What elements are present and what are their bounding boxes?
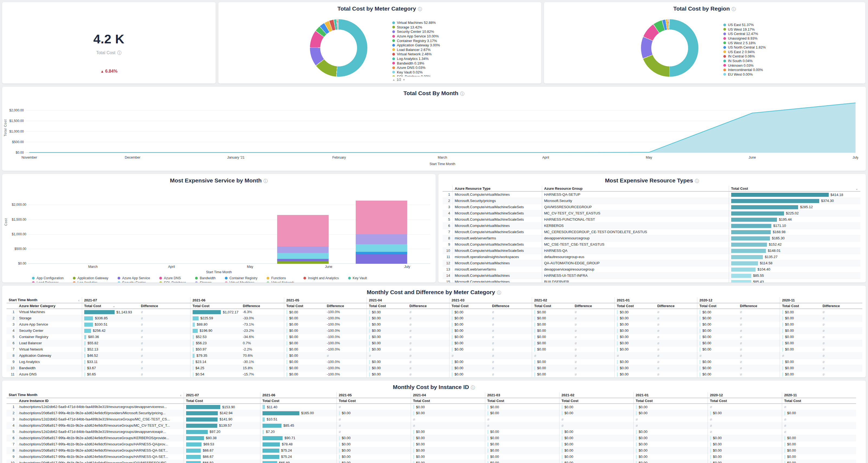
column-header[interactable]: Azure Resource Type: [453, 186, 542, 192]
legend-item[interactable]: EU West 0.00%: [723, 73, 766, 77]
month-header[interactable]: 2020-11: [782, 392, 856, 398]
difference-header[interactable]: Difference: [407, 303, 449, 309]
month-header[interactable]: 2021-04: [411, 392, 485, 398]
month-header[interactable]: 2021-01: [614, 297, 697, 303]
legend-item[interactable]: Azure App Service: [118, 276, 150, 280]
legend-item[interactable]: Load Balancer: [32, 281, 64, 283]
legend-item[interactable]: US West 2 5.18%: [723, 41, 766, 45]
total-cost-header[interactable]: Total Cost: [190, 303, 241, 309]
legend-item[interactable]: US East 51.37%: [723, 23, 766, 27]
legend-item[interactable]: Virtual Machines 52.88%: [392, 21, 440, 25]
month-header[interactable]: 2020-12: [708, 392, 782, 398]
total-cost-header[interactable]: Total Cost: [780, 303, 820, 309]
month-header[interactable]: 2021-02: [559, 392, 633, 398]
legend-item[interactable]: Container Registry: [225, 276, 258, 280]
legend-item[interactable]: Bandwidth 0.19%: [392, 61, 440, 65]
total-cost-header[interactable]: Total Cost: [485, 398, 559, 404]
month-header[interactable]: 2021-05: [337, 392, 411, 398]
info-icon[interactable]: ⓘ: [264, 179, 268, 183]
difference-header[interactable]: Difference: [655, 303, 697, 309]
legend-item[interactable]: US East 2 0.94%: [723, 50, 766, 54]
total-cost-header[interactable]: Total Cost: [367, 303, 407, 309]
legend-item[interactable]: Container Registry 3.17%: [392, 39, 440, 42]
region-donut[interactable]: [641, 19, 699, 77]
month-header[interactable]: 2021-03: [485, 392, 559, 398]
month-header[interactable]: 2021-05: [284, 297, 367, 303]
stacked-bar[interactable]: [277, 215, 329, 264]
column-header[interactable]: Total Cost⌄: [729, 186, 860, 192]
legend-item[interactable]: Application Gateway 3.00%: [392, 44, 440, 47]
bar-segment[interactable]: [277, 261, 329, 264]
total-cost-header[interactable]: Total Cost: [449, 303, 490, 309]
month-header[interactable]: 2021-04: [367, 297, 449, 303]
legend-item[interactable]: Log Analytics: [73, 281, 108, 283]
stacked-bar-chart[interactable]: $0.00$500.00$1,000.00$1,500.00$2,000.00C…: [28, 193, 430, 264]
legend-item[interactable]: Insight and Analytics: [303, 276, 339, 280]
month-header[interactable]: 2021-07: [184, 392, 260, 398]
info-icon[interactable]: ⓘ: [460, 91, 465, 96]
legend-item[interactable]: IN Central 0.06%: [723, 55, 766, 58]
column-header[interactable]: Azure Meter Category: [17, 303, 82, 309]
chevron-left-icon[interactable]: ‹: [180, 393, 182, 397]
month-header[interactable]: 2021-02: [532, 297, 614, 303]
legend-item[interactable]: US Central 12.47%: [723, 32, 766, 36]
total-cost-header[interactable]: Total Cost: [260, 398, 337, 404]
bar-segment[interactable]: [356, 254, 407, 264]
legend-item[interactable]: Key Vault: [348, 276, 367, 280]
legend-item[interactable]: US North Central 1.82%: [723, 46, 766, 49]
page-down-icon[interactable]: ▼: [403, 78, 406, 81]
bar-segment[interactable]: [277, 253, 329, 259]
legend-item[interactable]: App Configuration: [32, 276, 64, 280]
bar-segment[interactable]: [356, 201, 407, 234]
difference-header[interactable]: Difference: [241, 303, 284, 309]
row-dimension-header[interactable]: Start Time Month‹: [6, 297, 82, 303]
total-cost-header[interactable]: Total Cost: [411, 398, 485, 404]
info-icon[interactable]: ⓘ: [497, 290, 501, 295]
total-cost-header[interactable]: Total Cost: [708, 398, 782, 404]
legend-item[interactable]: US West 19.17%: [723, 28, 766, 31]
bar-segment[interactable]: [277, 215, 329, 247]
legend-item[interactable]: Security Center: [118, 281, 150, 283]
difference-header[interactable]: Difference: [738, 303, 780, 309]
legend-item[interactable]: Intercontinental 0.00%: [723, 68, 766, 72]
total-cost-header[interactable]: Total Cost: [614, 303, 655, 309]
month-header[interactable]: 2021-07: [82, 297, 190, 303]
info-icon[interactable]: ⓘ: [695, 179, 699, 183]
bar-segment[interactable]: [356, 252, 407, 254]
legend-item[interactable]: Azure DNS 0.03%: [392, 66, 440, 70]
total-cost-header[interactable]: Total Cost⌄: [82, 303, 139, 309]
row-dimension-header[interactable]: Start Time Month‹: [6, 392, 184, 398]
area-chart[interactable]: $0.00$500.00$1,000.00$1,500.00$2,000.00N…: [2, 97, 866, 171]
legend-item[interactable]: Key Vault 0.02%: [392, 70, 440, 74]
info-icon[interactable]: ⓘ: [471, 385, 475, 390]
total-cost-header[interactable]: Total Cost: [697, 303, 738, 309]
legend-item[interactable]: Virtual Machines: [225, 281, 258, 283]
legend-item[interactable]: Storage 13.42%: [392, 26, 440, 29]
info-icon[interactable]: ⓘ: [418, 7, 422, 11]
legend-item[interactable]: Application Gateway: [73, 276, 108, 280]
legend-item[interactable]: Azure DNS: [159, 276, 186, 280]
page-up-icon[interactable]: ▲: [392, 78, 395, 81]
difference-header[interactable]: Difference: [324, 303, 367, 309]
legend-item[interactable]: Storage: [195, 281, 215, 283]
month-header[interactable]: 2020-11: [780, 297, 862, 303]
legend-item[interactable]: SQL Database 0.00%: [392, 75, 440, 77]
stacked-bar[interactable]: [356, 201, 407, 264]
month-header[interactable]: 2021-01: [633, 392, 708, 398]
legend-item[interactable]: Bandwidth: [195, 276, 215, 280]
legend-item[interactable]: Unknown 0.03%: [723, 63, 766, 67]
month-header[interactable]: 2021-06: [190, 297, 284, 303]
month-header[interactable]: 2021-06: [260, 392, 337, 398]
difference-header[interactable]: Difference: [572, 303, 614, 309]
info-icon[interactable]: ⓘ: [732, 7, 736, 11]
total-cost-header[interactable]: Total Cost: [337, 398, 411, 404]
chevron-left-icon[interactable]: ‹: [78, 298, 80, 302]
month-header[interactable]: 2021-03: [449, 297, 532, 303]
meter-category-donut[interactable]: [310, 19, 367, 77]
month-header[interactable]: 2020-12: [697, 297, 780, 303]
legend-item[interactable]: SQL Database: [159, 281, 186, 283]
info-icon[interactable]: ⓘ: [117, 51, 122, 55]
legend-item[interactable]: Functions: [267, 276, 294, 280]
bar-segment[interactable]: [277, 247, 329, 253]
legend-item[interactable]: Virtual Network: [267, 281, 294, 283]
